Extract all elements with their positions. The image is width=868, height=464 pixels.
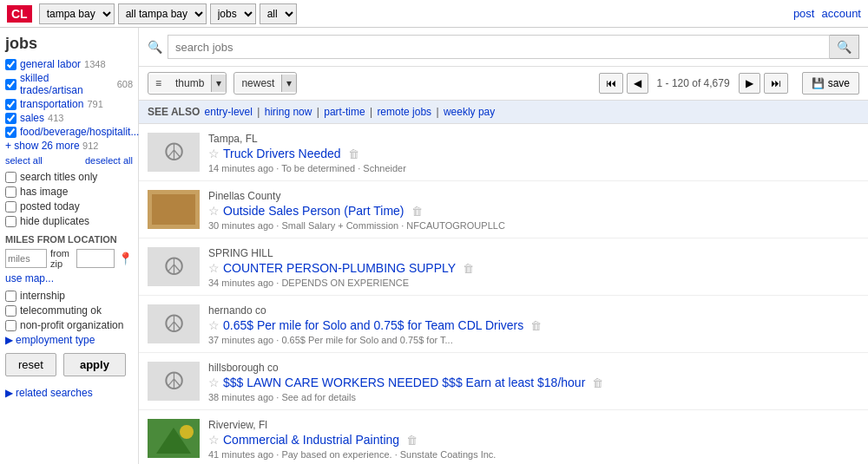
search-input[interactable] <box>168 35 830 59</box>
listing-6-meta: 41 minutes ago · Pay based on experience… <box>208 449 859 460</box>
cat-skilled-trades-check[interactable] <box>5 79 16 90</box>
chevron-right-icon-related: ▶ <box>5 387 13 399</box>
listing-3-title[interactable]: COUNTER PERSON-PLUMBING SUPPLY <box>223 261 456 275</box>
employment-type-toggle[interactable]: ▶ employment type <box>5 334 133 346</box>
save-icon: 💾 <box>812 77 825 89</box>
toolbar: ≡ thumb ▾ newest ▾ ⏮ ◀ 1 - 120 of 4,679 … <box>139 67 868 101</box>
location-pin-icon[interactable]: 📍 <box>118 252 133 265</box>
listing-1-title[interactable]: Truck Drivers Needed <box>223 147 341 160</box>
listing-6-delete[interactable]: 🗑 <box>406 434 418 447</box>
subcategory-select[interactable]: all <box>260 3 297 24</box>
miles-input[interactable] <box>5 249 47 268</box>
view-select[interactable]: ≡ thumb ▾ <box>148 72 227 95</box>
filter-hide-duplicates: hide duplicates <box>5 215 133 227</box>
filter-hide-duplicates-check[interactable] <box>5 216 16 227</box>
listing-1-star[interactable]: ☆ <box>208 147 220 160</box>
listing-1: ☮ Tampa, FL ☆ Truck Drivers Needed 🗑 14 … <box>139 124 868 181</box>
listing-6: Riverview, Fl ☆ Commercial & Industrial … <box>139 410 868 464</box>
last-page-button[interactable]: ⏭ <box>764 73 788 94</box>
category-select[interactable]: jobs <box>210 3 256 24</box>
view-dropdown-arrow[interactable]: ▾ <box>211 75 226 92</box>
listing-4-star[interactable]: ☆ <box>208 318 220 332</box>
employment-type-label: employment type <box>16 334 95 346</box>
cat-transportation-check[interactable] <box>5 99 16 110</box>
listing-5-title[interactable]: $$$ LAWN CARE WORKERS NEEDED $$$ Earn at… <box>223 376 585 389</box>
listing-6-star[interactable]: ☆ <box>208 433 220 447</box>
filter-nonprofit-check[interactable] <box>5 320 16 331</box>
listing-4-location: hernando co <box>208 304 859 317</box>
filter-titles-only-check[interactable] <box>5 172 16 183</box>
listing-5-location: hillsborough co <box>208 362 859 374</box>
listing-6-title[interactable]: Commercial & Industrial Painting <box>223 433 399 447</box>
listing-5-meta: 38 minutes ago · See ad for details <box>208 392 859 402</box>
listing-3-main: SPRING HILL ☆ COUNTER PERSON-PLUMBING SU… <box>208 247 859 288</box>
listing-3-star[interactable]: ☆ <box>208 261 220 275</box>
filter-nonprofit-label: non-profit organization <box>20 319 123 331</box>
filter-titles-only: search titles only <box>5 171 133 183</box>
listing-6-thumb <box>148 419 200 458</box>
select-all[interactable]: select all <box>5 155 43 166</box>
listing-1-delete[interactable]: 🗑 <box>348 147 359 160</box>
search-bar: 🔍 🔍 <box>139 28 868 67</box>
show-more[interactable]: + show 26 more 912 <box>5 140 133 152</box>
reset-button[interactable]: reset <box>5 353 56 376</box>
listing-2-star[interactable]: ☆ <box>208 204 220 218</box>
listing-2-main: Pinellas County ☆ Outside Sales Person (… <box>208 190 859 231</box>
use-map-link[interactable]: use map... <box>5 272 133 284</box>
next-page-button[interactable]: ▶ <box>739 73 760 94</box>
prev-page-button[interactable]: ◀ <box>627 73 648 94</box>
sort-dropdown-arrow[interactable]: ▾ <box>281 75 296 92</box>
cat-sales: sales 413 <box>5 112 133 124</box>
filter-internship-check[interactable] <box>5 291 16 302</box>
cat-food-check[interactable] <box>5 127 16 138</box>
save-button[interactable]: 💾 save <box>802 72 859 95</box>
pagination: ⏮ ◀ 1 - 120 of 4,679 ▶ ⏭ <box>599 73 788 94</box>
peace-icon: ☮ <box>163 138 185 167</box>
peace-icon-4: ☮ <box>163 310 185 338</box>
deselect-all[interactable]: deselect all <box>85 155 133 166</box>
first-page-button[interactable]: ⏮ <box>599 73 623 94</box>
cat-transportation-label[interactable]: transportation <box>20 98 83 110</box>
see-also-part-time[interactable]: part-time <box>324 106 365 118</box>
zip-input[interactable] <box>76 249 115 268</box>
sort-select[interactable]: newest ▾ <box>233 72 297 95</box>
search-button[interactable]: 🔍 <box>830 35 859 59</box>
post-link[interactable]: post <box>793 7 815 20</box>
see-also-remote-jobs[interactable]: remote jobs <box>377 106 431 118</box>
cat-sales-check[interactable] <box>5 113 16 124</box>
listing-5: ☮ hillsborough co ☆ $$$ LAWN CARE WORKER… <box>139 353 868 410</box>
see-also-hiring-now[interactable]: hiring now <box>265 106 312 118</box>
account-link[interactable]: account <box>821 7 861 20</box>
cat-skilled-trades-label[interactable]: skilled trades/artisan <box>20 72 114 96</box>
cat-general-labor-check[interactable] <box>5 59 16 70</box>
related-searches-link[interactable]: ▶ related searches <box>5 387 133 399</box>
listing-2-title[interactable]: Outside Sales Person (Part Time) <box>223 204 404 218</box>
filter-telecommuting-check[interactable] <box>5 305 16 317</box>
see-also-entry-level[interactable]: entry-level <box>205 106 253 118</box>
listing-5-star[interactable]: ☆ <box>208 376 220 389</box>
listing-5-delete[interactable]: 🗑 <box>592 376 603 389</box>
apply-button[interactable]: apply <box>63 353 126 376</box>
area-select[interactable]: all tampa bay <box>118 3 207 24</box>
cat-food-label[interactable]: food/beverage/hospitalit... <box>20 126 139 138</box>
location-select[interactable]: tampa bay <box>39 3 115 24</box>
sidebar-heading: jobs <box>5 35 133 53</box>
peace-icon-5: ☮ <box>163 367 185 395</box>
from-label: from zip <box>50 248 73 269</box>
view-select-icon: ≡ <box>148 75 168 92</box>
listing-2-delete[interactable]: 🗑 <box>411 205 423 218</box>
listing-1-meta: 14 minutes ago · To be determined · Schn… <box>208 163 859 173</box>
listing-3-thumb: ☮ <box>148 247 200 286</box>
listing-3-location: SPRING HILL <box>208 247 859 259</box>
show-more-text: + show 26 more <box>5 140 80 152</box>
cat-general-labor-label[interactable]: general labor <box>20 58 81 70</box>
listing-4-title[interactable]: 0.65$ Per mile for Solo and 0.75$ for Te… <box>223 318 523 332</box>
listing-2: Pinellas County ☆ Outside Sales Person (… <box>139 181 868 239</box>
filter-posted-today-check[interactable] <box>5 201 16 212</box>
cat-sales-label[interactable]: sales <box>20 112 44 124</box>
listing-4-delete[interactable]: 🗑 <box>530 319 542 332</box>
listing-3-delete[interactable]: 🗑 <box>463 262 474 275</box>
filter-telecommuting-label: telecommuting ok <box>20 304 102 317</box>
see-also-weekly-pay[interactable]: weekly pay <box>444 106 495 118</box>
filter-has-image-check[interactable] <box>5 186 16 198</box>
